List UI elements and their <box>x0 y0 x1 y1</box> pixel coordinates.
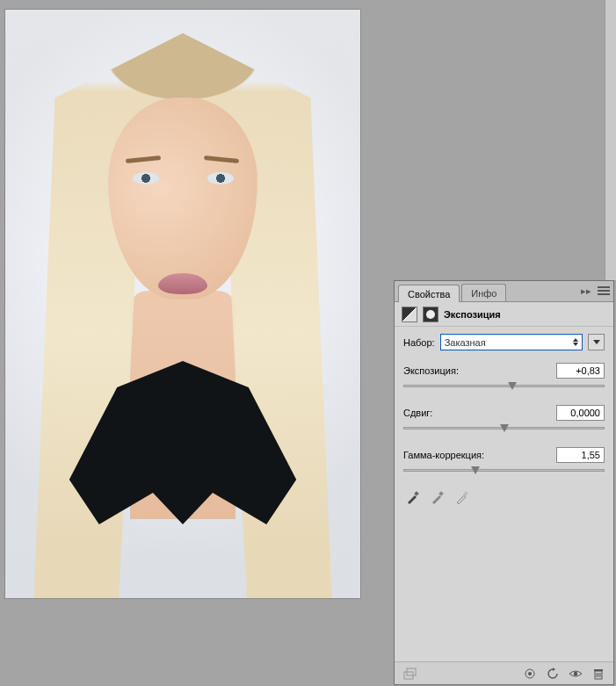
panel-tabstrip: Свойства Инфо ▸▸ <box>395 281 613 302</box>
gamma-slider[interactable] <box>403 466 605 479</box>
dropdown-caret-icon <box>572 338 578 346</box>
svg-rect-1 <box>438 491 444 496</box>
collapse-panel-icon[interactable]: ▸▸ <box>580 285 592 297</box>
offset-label: Сдвиг: <box>403 408 432 418</box>
offset-group: Сдвиг: <box>403 405 605 437</box>
preset-value: Заказная <box>445 337 486 348</box>
reset-icon[interactable] <box>545 666 561 682</box>
panel-body: Набор: Заказная Экспозиция: Сдвиг: <box>395 327 613 661</box>
layer-mask-icon[interactable] <box>423 307 438 322</box>
eyedropper-black-icon[interactable] <box>405 489 421 505</box>
properties-panel: Свойства Инфо ▸▸ Экспозиция Набор: Заказ… <box>394 280 614 685</box>
svg-rect-9 <box>594 669 603 671</box>
adjustment-type-icon[interactable] <box>402 307 417 322</box>
eyedropper-toolbar <box>403 489 605 505</box>
photo-shape <box>158 273 207 294</box>
document-canvas[interactable] <box>4 9 361 599</box>
preset-menu-button[interactable] <box>588 334 605 350</box>
right-dock-edge <box>605 0 616 280</box>
preset-row: Набор: Заказная <box>403 334 605 350</box>
photo-shape <box>207 172 234 184</box>
slider-thumb[interactable] <box>471 466 480 474</box>
exposure-group: Экспозиция: <box>403 363 605 394</box>
slider-track <box>403 469 605 472</box>
photo-shape <box>133 172 159 184</box>
panel-menu-icon[interactable] <box>598 285 610 297</box>
svg-point-7 <box>574 671 577 675</box>
exposure-slider[interactable] <box>403 382 605 394</box>
tab-properties[interactable]: Свойства <box>398 285 460 302</box>
previous-state-icon[interactable] <box>522 666 538 682</box>
offset-input[interactable] <box>556 405 605 421</box>
panel-header: Экспозиция <box>395 302 613 327</box>
gamma-label: Гамма-коррекция: <box>403 450 484 460</box>
exposure-input[interactable] <box>556 363 605 379</box>
adjustment-title: Экспозиция <box>444 309 501 320</box>
clip-to-layer-icon[interactable] <box>402 666 417 682</box>
eyedropper-gray-icon[interactable] <box>430 489 446 505</box>
tab-info[interactable]: Инфо <box>461 284 506 301</box>
slider-thumb[interactable] <box>500 424 509 432</box>
offset-slider[interactable] <box>403 424 605 437</box>
gamma-group: Гамма-коррекция: <box>403 447 605 479</box>
svg-point-6 <box>528 672 532 675</box>
svg-rect-0 <box>414 491 419 496</box>
delete-adjustment-icon[interactable] <box>591 666 606 682</box>
preset-select[interactable]: Заказная <box>440 334 583 350</box>
slider-thumb[interactable] <box>508 382 517 390</box>
eyedropper-white-icon[interactable] <box>454 489 470 505</box>
gamma-input[interactable] <box>556 447 605 463</box>
slider-track <box>403 385 605 387</box>
panel-footer <box>395 661 613 684</box>
preset-label: Набор: <box>403 337 435 348</box>
canvas-image <box>5 10 360 598</box>
menu-caret-icon <box>593 340 600 344</box>
toggle-visibility-icon[interactable] <box>568 666 583 682</box>
exposure-label: Экспозиция: <box>403 365 459 376</box>
